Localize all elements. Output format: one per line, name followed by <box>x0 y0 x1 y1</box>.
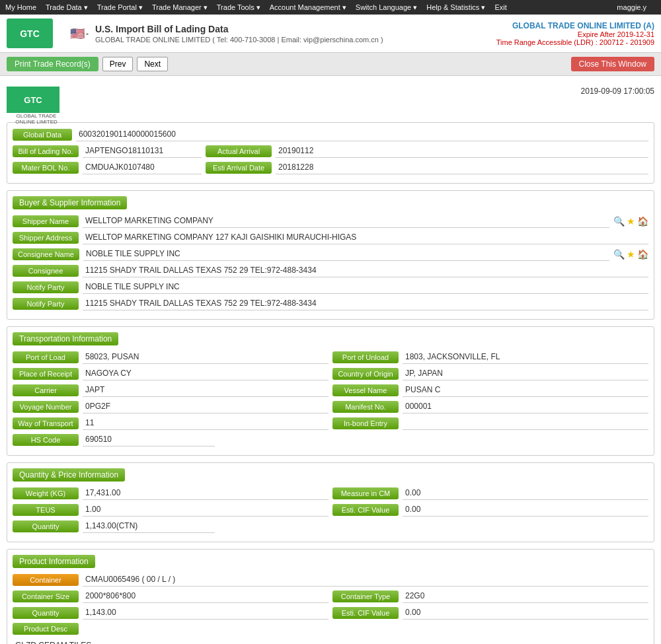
esti-cif-value: 0.00 <box>403 503 648 517</box>
record-logo-sub: GLOBAL TRADE ONLINE LIMITED <box>7 113 66 125</box>
buyer-supplier-section-title: Buyer & Supplier Information <box>13 196 127 209</box>
consignee-name-label: Consignee Name <box>13 248 79 260</box>
shipper-star-icon[interactable]: ★ <box>627 216 635 227</box>
logo-text: GTC <box>20 28 40 39</box>
port-row: Port of Load 58023, PUSAN Port of Unload… <box>13 351 648 364</box>
nav-account-mgmt[interactable]: Account Management ▾ <box>270 3 346 12</box>
product-quantity-label: Quantity <box>13 607 79 619</box>
vessel-name-value: PUSAN C <box>403 384 648 397</box>
page-title: U.S. Import Bill of Lading Data <box>95 24 496 34</box>
notify-party-label2: Notify Party <box>13 298 79 310</box>
in-bond-label: In-bond Entry <box>332 417 399 429</box>
place-receipt-value: NAGOYA CY <box>83 367 329 380</box>
place-receipt-label: Place of Receipt <box>13 368 79 380</box>
product-esti-cif-label: Esti. CIF Value <box>332 607 399 619</box>
hs-code-value: 690510 <box>83 433 215 447</box>
container-label: Container <box>13 574 79 586</box>
bol-value: JAPTENGO18110131 <box>83 145 202 158</box>
product-desc-label: Product Desc <box>13 623 79 635</box>
way-transport-value: 11 <box>83 417 329 430</box>
user-label: maggie.y <box>617 3 646 11</box>
notify-party-label1: Notify Party <box>13 281 79 293</box>
container-value: CMAU0065496 ( 00 / L / ) <box>83 573 648 587</box>
voyage-label: Voyage Number <box>13 401 79 413</box>
notify-party-row1: Notify Party NOBLE TILE SUPPLY INC <box>13 281 648 294</box>
shipper-name-row: Shipper Name WELLTOP MARKETING COMPANY 🔍… <box>13 215 648 228</box>
shipper-search-icon[interactable]: 🔍 <box>613 216 625 227</box>
nav-my-home[interactable]: My Home <box>5 3 36 11</box>
nav-exit[interactable]: Exit <box>494 3 506 11</box>
quantity-title-row: Quantity & Price Information <box>13 468 648 487</box>
mater-bol-label: Mater BOL No. <box>13 162 79 174</box>
consignee-star-icon[interactable]: ★ <box>627 249 635 260</box>
nav-trade-tools[interactable]: Trade Tools ▾ <box>217 3 260 12</box>
close-button-top[interactable]: Close This Window <box>571 57 654 71</box>
record-header: GTC GLOBAL TRADE ONLINE LIMITED 2019-09-… <box>7 83 654 122</box>
notify-party-value2: 11215 SHADY TRAIL DALLAS TEXAS 752 29 TE… <box>83 297 648 310</box>
header-info: U.S. Import Bill of Lading Data GLOBAL T… <box>95 24 496 44</box>
quantity-price-section: Quantity & Price Information Weight (KG)… <box>7 462 654 542</box>
consignee-icons: 🔍 ★ 🏠 <box>613 249 648 260</box>
consignee-name-row: Consignee Name NOBLE TILE SUPPLY INC 🔍 ★… <box>13 248 648 261</box>
record-timestamp: 2019-09-09 17:00:05 <box>581 87 654 96</box>
nav-help[interactable]: Help & Statistics ▾ <box>426 3 485 12</box>
in-bond-value <box>403 417 648 430</box>
transport-section-title: Transportation Information <box>13 332 118 345</box>
consignee-search-icon[interactable]: 🔍 <box>613 249 625 260</box>
transport-title-row: Transportation Information <box>13 332 648 351</box>
flag-area: 🇺🇸 - <box>70 26 89 41</box>
country-origin-value: JP, JAPAN <box>403 367 648 380</box>
header-right: GLOBAL TRADE ONLINE LIMITED (A) Expire A… <box>496 21 654 46</box>
record-logo: GTC GLOBAL TRADE ONLINE LIMITED <box>7 87 66 120</box>
time-range: Time Range Accessible (LDR) : 200712 - 2… <box>496 38 654 46</box>
actual-arrival-label: Actual Arrival <box>206 145 272 157</box>
consignee-value: 11215 SHADY TRAIL DALLAS TEXAS 752 29 TE… <box>83 264 648 277</box>
port-unload-value: 1803, JACKSONVILLE, FL <box>403 351 648 364</box>
quantity-section-title: Quantity & Price Information <box>13 468 125 482</box>
prev-button-top[interactable]: Prev <box>102 57 134 71</box>
nav-trade-manager[interactable]: Trade Manager ▾ <box>152 3 208 12</box>
actual-arrival-value: 20190112 <box>276 145 648 158</box>
flag-separator: - <box>86 29 89 38</box>
page-header: GTC 🇺🇸 - U.S. Import Bill of Lading Data… <box>0 15 661 53</box>
voyage-value: 0PG2F <box>83 400 329 413</box>
nav-trade-portal[interactable]: Trade Portal ▾ <box>97 3 143 12</box>
global-data-value: 6003201901140000015600 <box>76 128 648 141</box>
product-desc-row: Product Desc <box>13 623 648 635</box>
voyage-manifest-row: Voyage Number 0PG2F Manifest No. 000001 <box>13 400 648 413</box>
port-load-label: Port of Load <box>13 351 79 363</box>
top-navigation: My Home Trade Data ▾ Trade Portal ▾ Trad… <box>0 0 661 15</box>
shipper-address-value: WELLTOP MARKETING COMPANY 127 KAJI GAISH… <box>83 231 648 244</box>
measure-label: Measure in CM <box>332 487 399 499</box>
nav-trade-data[interactable]: Trade Data ▾ <box>46 3 88 12</box>
record-logo-inner: GTC <box>7 87 59 113</box>
quantity-label: Quantity <box>13 520 79 532</box>
container-size-label: Container Size <box>13 590 79 602</box>
print-button-top[interactable]: Print Trade Record(s) <box>7 57 98 71</box>
teus-value: 1.00 <box>83 503 329 517</box>
container-size-value: 2000*806*800 <box>83 590 329 603</box>
country-origin-label: Country of Origin <box>332 368 399 380</box>
product-quantity-value: 1,143.00 <box>83 606 329 620</box>
nav-switch-lang[interactable]: Switch Language ▾ <box>356 3 417 12</box>
container-type-value: 22G0 <box>403 590 648 603</box>
flag-icon: 🇺🇸 <box>70 26 85 41</box>
next-button-top[interactable]: Next <box>137 57 168 71</box>
vessel-name-label: Vessel Name <box>332 384 399 396</box>
buyer-supplier-section: Buyer & Supplier Information Shipper Nam… <box>7 190 654 320</box>
container-type-label: Container Type <box>332 590 399 602</box>
teus-cif-row: TEUS 1.00 Esti. CIF Value 0.00 <box>13 503 648 517</box>
product-quantity-cif-row: Quantity 1,143.00 Esti. CIF Value 0.00 <box>13 606 648 620</box>
mater-bol-row: Mater BOL No. CMDUAJK0107480 Esti Arriva… <box>13 161 648 174</box>
consignee-house-icon[interactable]: 🏠 <box>637 249 648 260</box>
shipper-icons: 🔍 ★ 🏠 <box>613 216 648 227</box>
way-inbond-row: Way of Transport 11 In-bond Entry <box>13 417 648 430</box>
manifest-label: Manifest No. <box>332 401 399 413</box>
way-transport-label: Way of Transport <box>13 417 79 429</box>
shipper-house-icon[interactable]: 🏠 <box>637 216 648 227</box>
product-section: Product Information Container CMAU006549… <box>7 549 654 644</box>
port-load-value: 58023, PUSAN <box>83 351 329 364</box>
container-row: Container CMAU0065496 ( 00 / L / ) <box>13 573 648 587</box>
product-desc-value: GLZD CERAM TILES <box>13 638 648 644</box>
basic-info-section: Global Data 6003201901140000015600 Bill … <box>7 122 654 184</box>
